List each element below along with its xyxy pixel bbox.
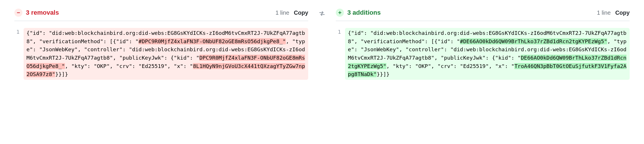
line-number: 1 — [336, 28, 345, 80]
diff-left-panel: − 3 removals 1 line Copy 1 {"id": "did:w… — [14, 9, 308, 80]
swap-icon[interactable] — [319, 10, 325, 18]
diff-left-line[interactable]: {"id": "did:web:blockchainbird.org:did-w… — [24, 28, 308, 80]
diff-right-actions: 1 line Copy — [597, 10, 630, 16]
diff-highlight: TroA46QN3pBbT0GtOEuSjfutkF3V1Fyfa2Apg8TN… — [348, 63, 626, 77]
plus-icon: + — [336, 9, 344, 17]
diff-left-header: − 3 removals 1 line Copy — [14, 9, 308, 21]
right-line-count: 1 line — [597, 10, 611, 16]
diff-highlight: #DPC9R0MjfZ4xlaFN3F-ONbUF82oGE8mRsO56djk… — [139, 38, 286, 44]
diff-left-summary-group: − 3 removals — [14, 9, 59, 17]
line-number: 1 — [14, 28, 24, 80]
additions-count-label: 3 additions — [347, 9, 381, 16]
copy-button[interactable]: Copy — [294, 10, 308, 16]
diff-right-panel: + 3 additions 1 line Copy 1 {"id": "did:… — [336, 9, 630, 80]
swap-column — [317, 9, 327, 18]
removals-count-label: 3 removals — [26, 9, 59, 16]
diff-right-header: + 3 additions 1 line Copy — [336, 9, 630, 21]
diff-right-summary-group: + 3 additions — [336, 9, 381, 17]
diff-left-actions: 1 line Copy — [275, 10, 308, 16]
diff-right-line[interactable]: {"id": "did:web:blockchainbird.org:did-w… — [345, 28, 630, 80]
minus-icon: − — [14, 9, 22, 17]
diff-right-code: 1 {"id": "did:web:blockchainbird.org:did… — [336, 28, 630, 80]
diff-left-code: 1 {"id": "did:web:blockchainbird.org:did… — [14, 28, 308, 80]
left-line-count: 1 line — [275, 10, 289, 16]
copy-button[interactable]: Copy — [615, 10, 630, 16]
diff-highlight: 8L1HQyN9njGVoU3cX441tQXzagYTyZGw7np2OSA9… — [26, 63, 305, 77]
diff-highlight: #DE66AO0kDd6QW09BrThLko37rZBd1dRcn2tgKYP… — [460, 38, 607, 44]
